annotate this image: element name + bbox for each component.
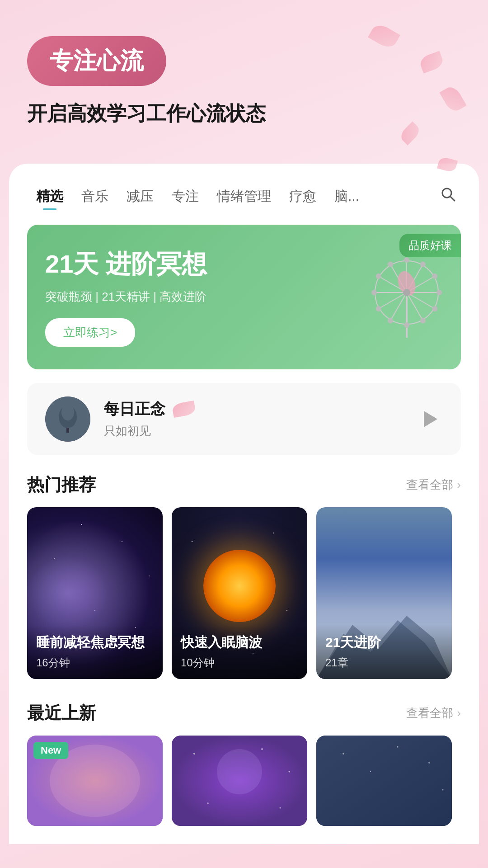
hot-card-1[interactable]: 睡前减轻焦虑冥想 16分钟 — [27, 507, 163, 679]
daily-info: 每日正念 只如初见 — [104, 399, 402, 439]
banner-image — [361, 247, 452, 347]
orb-glow — [203, 550, 276, 622]
play-button[interactable] — [416, 406, 443, 433]
svg-point-48 — [428, 762, 430, 764]
svg-point-47 — [397, 746, 399, 747]
tab-item-jingxuan[interactable]: 精选 — [27, 183, 72, 210]
svg-point-49 — [370, 771, 371, 772]
hot-card-3[interactable]: 21天进阶 21章 — [316, 507, 452, 679]
main-card: 精选 音乐 减压 专注 情绪管理 疗愈 脑... 品质好课 21天 进阶冥想 突… — [9, 164, 479, 844]
hot-card-overlay-3: 21天进阶 21章 — [316, 624, 452, 679]
svg-point-5 — [404, 257, 409, 263]
svg-point-23 — [371, 290, 377, 295]
tab-item-brain[interactable]: 脑... — [325, 183, 368, 210]
new-card-bg-2 — [172, 736, 307, 826]
new-chevron-right-icon: › — [457, 706, 461, 720]
new-scroll-container: New — [9, 736, 479, 826]
search-icon[interactable] — [436, 182, 461, 211]
hot-section-header: 热门推荐 查看全部 › — [9, 473, 479, 496]
svg-point-11 — [436, 290, 442, 295]
svg-point-29 — [403, 289, 410, 296]
new-card-1[interactable]: New — [27, 736, 163, 826]
banner-button[interactable]: 立即练习> — [45, 318, 135, 347]
hot-card-2[interactable]: 快速入眠脑波 10分钟 — [172, 507, 307, 679]
new-card-3[interactable] — [316, 736, 452, 826]
svg-point-44 — [280, 807, 281, 808]
play-icon — [424, 411, 437, 427]
daily-title: 每日正念 — [104, 399, 402, 420]
tab-item-emotion[interactable]: 情绪管理 — [208, 183, 280, 210]
daily-mindfulness-card: 每日正念 只如初见 — [27, 383, 461, 455]
svg-point-39 — [217, 749, 262, 794]
svg-point-43 — [207, 802, 209, 804]
new-badge-1: New — [33, 742, 68, 759]
hot-card-title-1: 睡前减轻焦虑冥想 — [36, 633, 154, 652]
new-section-more[interactable]: 查看全部 › — [406, 705, 461, 721]
svg-point-42 — [289, 771, 290, 772]
tab-item-jianya[interactable]: 减压 — [117, 183, 163, 210]
tab-item-focus[interactable]: 专注 — [163, 183, 208, 210]
tab-item-music[interactable]: 音乐 — [72, 183, 117, 210]
hot-card-title-3: 21天进阶 — [325, 633, 443, 652]
daily-subtitle: 只如初见 — [104, 423, 402, 439]
new-section-title: 最近上新 — [27, 702, 96, 725]
hot-card-duration-1: 16分钟 — [36, 656, 154, 670]
svg-point-41 — [261, 748, 263, 750]
hero-section: 专注心流 开启高效学习工作心流状态 — [0, 0, 488, 164]
chevron-right-icon: › — [457, 478, 461, 492]
new-card-bg-3 — [316, 736, 452, 826]
svg-point-46 — [343, 753, 344, 755]
new-section-header: 最近上新 查看全部 › — [9, 702, 479, 725]
hero-subtitle: 开启高效学习工作心流状态 — [27, 99, 461, 127]
svg-point-50 — [442, 789, 444, 790]
daily-petal-decoration — [172, 401, 196, 418]
tab-bar: 精选 音乐 减压 专注 情绪管理 疗愈 脑... — [9, 182, 479, 211]
hot-section-more[interactable]: 查看全部 › — [406, 477, 461, 493]
svg-point-40 — [193, 753, 195, 755]
new-card-2[interactable] — [172, 736, 307, 826]
hot-card-duration-2: 10分钟 — [181, 656, 298, 670]
svg-point-17 — [404, 322, 409, 328]
tab-item-heal[interactable]: 疗愈 — [280, 183, 325, 210]
svg-point-33 — [61, 404, 74, 420]
svg-line-1 — [450, 197, 455, 201]
hero-badge: 专注心流 — [27, 36, 166, 86]
svg-rect-45 — [316, 736, 452, 826]
hot-card-overlay-1: 睡前减轻焦虑冥想 16分钟 — [27, 624, 163, 679]
hot-card-title-2: 快速入眠脑波 — [181, 633, 298, 652]
banner: 品质好课 21天 进阶冥想 突破瓶颈 | 21天精讲 | 高效进阶 立即练习> — [27, 225, 461, 369]
hot-card-overlay-2: 快速入眠脑波 10分钟 — [172, 624, 307, 679]
hot-scroll-container: 睡前减轻焦虑冥想 16分钟 快速入眠脑波 10分钟 — [9, 507, 479, 679]
hot-section-title: 热门推荐 — [27, 473, 96, 496]
hot-card-duration-3: 21章 — [325, 656, 443, 670]
daily-avatar — [45, 396, 90, 442]
